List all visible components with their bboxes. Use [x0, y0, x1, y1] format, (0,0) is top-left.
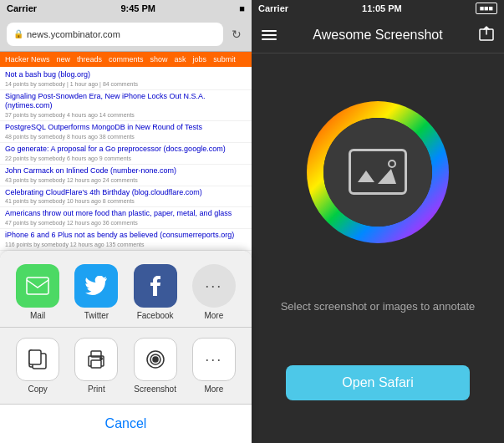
- hamburger-line: [262, 38, 277, 40]
- print-label: Print: [88, 384, 105, 394]
- print-action[interactable]: Print: [74, 338, 118, 394]
- list-item: Celebrating CloudFlare's 4th Birthday (b…: [0, 186, 252, 208]
- svg-point-9: [153, 357, 158, 362]
- refresh-icon[interactable]: ↻: [228, 28, 245, 41]
- nav-share-icon[interactable]: [479, 26, 494, 44]
- lock-icon: 🔒: [13, 29, 23, 38]
- facebook-label: Facebook: [137, 311, 174, 320]
- battery-label: ■: [239, 3, 245, 13]
- print-icon[interactable]: [74, 338, 118, 381]
- hamburger-menu-button[interactable]: [262, 30, 277, 40]
- more-label: More: [204, 311, 223, 320]
- image-placeholder-icon: [349, 149, 407, 195]
- app-main: Select screenshot or images to annotate …: [252, 53, 504, 443]
- share-facebook-item[interactable]: Facebook: [134, 264, 177, 320]
- screenshot-icon[interactable]: [134, 338, 177, 381]
- screenshot-action[interactable]: Screenshot: [134, 338, 177, 394]
- url-text: news.ycombinator.com: [27, 29, 120, 39]
- cancel-button[interactable]: Cancel: [0, 405, 252, 443]
- app-status-bar: Carrier 11:05 PM ■■■: [252, 0, 504, 17]
- twitter-icon[interactable]: [74, 264, 118, 308]
- list-item: PostgreSQL Outperforms MongoDB in New Ro…: [0, 121, 252, 143]
- hamburger-line: [262, 34, 277, 36]
- open-safari-button[interactable]: Open Safari: [286, 365, 470, 400]
- list-item: Americans throw out more food than plast…: [0, 207, 252, 229]
- list-item: Go generate: A proposal for a Go preproc…: [0, 143, 252, 165]
- time-label: 9:45 PM: [120, 3, 155, 13]
- select-screenshot-text: Select screenshot or images to annotate: [281, 300, 476, 313]
- share-app-row: Mail Twitter Facebook ···: [0, 251, 252, 328]
- app-title: Awesome Screenshot: [313, 28, 442, 43]
- copy-label: Copy: [28, 384, 47, 394]
- twitter-label: Twitter: [84, 311, 109, 320]
- right-panel: Carrier 11:05 PM ■■■ Awesome Screenshot: [252, 0, 504, 443]
- app-carrier-label: Carrier: [258, 3, 288, 13]
- safari-url-bar[interactable]: 🔒 news.ycombinator.com: [7, 23, 223, 46]
- facebook-icon[interactable]: [134, 264, 177, 308]
- svg-rect-2: [29, 350, 41, 364]
- left-panel: Carrier 9:45 PM ■ 🔒 news.ycombinator.com…: [0, 0, 252, 443]
- list-item: iPhone 6 and 6 Plus not as bendy as beli…: [0, 229, 252, 251]
- copy-icon[interactable]: [16, 338, 59, 381]
- hn-header: Hacker News new threads comments show as…: [0, 52, 252, 67]
- list-item: Not a bash bug (blog.org) 14 points by s…: [0, 69, 252, 90]
- rainbow-circle: [303, 97, 453, 247]
- share-sheet: Mail Twitter Facebook ···: [0, 251, 252, 443]
- hn-stories: Not a bash bug (blog.org) 14 points by s…: [0, 67, 252, 252]
- more-action[interactable]: ··· More: [192, 338, 236, 394]
- svg-rect-0: [27, 278, 48, 294]
- screenshot-label: Screenshot: [134, 384, 176, 394]
- action-more-label: More: [204, 384, 223, 394]
- carrier-label: Carrier: [7, 3, 37, 13]
- share-action-row: Copy Print: [0, 328, 252, 405]
- safari-status-bar: Carrier 9:45 PM ■: [0, 0, 252, 17]
- safari-nav-bar: 🔒 news.ycombinator.com ↻: [0, 17, 252, 52]
- list-item: John Carmack on Inlined Code (number-non…: [0, 165, 252, 186]
- sun-icon: [388, 160, 396, 168]
- mail-icon[interactable]: [16, 264, 59, 308]
- share-more-item[interactable]: ··· More: [192, 264, 236, 320]
- list-item: Signaling Post-Snowden Era, New iPhone L…: [0, 90, 252, 121]
- app-time-label: 11:05 PM: [362, 3, 402, 13]
- more-dots-icon[interactable]: ···: [192, 264, 236, 308]
- copy-action[interactable]: Copy: [16, 338, 59, 394]
- svg-rect-4: [91, 360, 101, 368]
- svg-point-6: [100, 358, 102, 359]
- action-more-dots-icon[interactable]: ···: [192, 338, 236, 381]
- share-mail-item[interactable]: Mail: [16, 264, 59, 320]
- share-twitter-item[interactable]: Twitter: [74, 264, 118, 320]
- hamburger-line: [262, 30, 277, 32]
- image-preview-area: [323, 118, 432, 227]
- mail-label: Mail: [30, 311, 45, 320]
- app-nav-bar: Awesome Screenshot: [252, 17, 504, 53]
- app-battery-icon: ■■■: [476, 3, 497, 14]
